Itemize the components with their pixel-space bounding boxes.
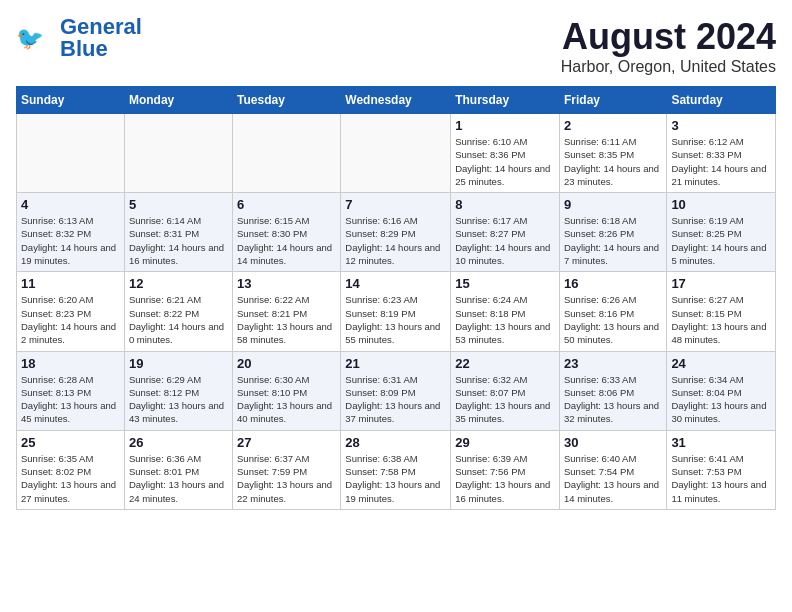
cell-info: Sunrise: 6:41 AMSunset: 7:53 PMDaylight:… [671,452,771,505]
calendar-week-row: 25Sunrise: 6:35 AMSunset: 8:02 PMDayligh… [17,430,776,509]
table-row: 6Sunrise: 6:15 AMSunset: 8:30 PMDaylight… [233,193,341,272]
table-row: 29Sunrise: 6:39 AMSunset: 7:56 PMDayligh… [451,430,560,509]
table-row: 27Sunrise: 6:37 AMSunset: 7:59 PMDayligh… [233,430,341,509]
table-row: 20Sunrise: 6:30 AMSunset: 8:10 PMDayligh… [233,351,341,430]
cell-info: Sunrise: 6:32 AMSunset: 8:07 PMDaylight:… [455,373,555,426]
table-row: 22Sunrise: 6:32 AMSunset: 8:07 PMDayligh… [451,351,560,430]
logo-text-block: General Blue [60,16,142,60]
table-row [124,114,232,193]
cell-info: Sunrise: 6:30 AMSunset: 8:10 PMDaylight:… [237,373,336,426]
cell-date: 8 [455,197,555,212]
calendar-week-row: 1Sunrise: 6:10 AMSunset: 8:36 PMDaylight… [17,114,776,193]
cell-info: Sunrise: 6:16 AMSunset: 8:29 PMDaylight:… [345,214,446,267]
table-row: 4Sunrise: 6:13 AMSunset: 8:32 PMDaylight… [17,193,125,272]
cell-info: Sunrise: 6:37 AMSunset: 7:59 PMDaylight:… [237,452,336,505]
cell-date: 11 [21,276,120,291]
col-thursday: Thursday [451,87,560,114]
cell-date: 26 [129,435,228,450]
table-row: 23Sunrise: 6:33 AMSunset: 8:06 PMDayligh… [559,351,666,430]
cell-info: Sunrise: 6:13 AMSunset: 8:32 PMDaylight:… [21,214,120,267]
cell-info: Sunrise: 6:20 AMSunset: 8:23 PMDaylight:… [21,293,120,346]
table-row: 12Sunrise: 6:21 AMSunset: 8:22 PMDayligh… [124,272,232,351]
cell-date: 6 [237,197,336,212]
cell-date: 5 [129,197,228,212]
cell-date: 2 [564,118,662,133]
month-title: August 2024 [561,16,776,58]
cell-date: 22 [455,356,555,371]
cell-info: Sunrise: 6:38 AMSunset: 7:58 PMDaylight:… [345,452,446,505]
table-row [341,114,451,193]
col-monday: Monday [124,87,232,114]
logo-icon: 🐦 [16,22,56,54]
cell-date: 29 [455,435,555,450]
table-row: 14Sunrise: 6:23 AMSunset: 8:19 PMDayligh… [341,272,451,351]
cell-info: Sunrise: 6:40 AMSunset: 7:54 PMDaylight:… [564,452,662,505]
cell-date: 24 [671,356,771,371]
cell-info: Sunrise: 6:31 AMSunset: 8:09 PMDaylight:… [345,373,446,426]
cell-date: 27 [237,435,336,450]
cell-info: Sunrise: 6:11 AMSunset: 8:35 PMDaylight:… [564,135,662,188]
cell-date: 20 [237,356,336,371]
cell-info: Sunrise: 6:15 AMSunset: 8:30 PMDaylight:… [237,214,336,267]
cell-info: Sunrise: 6:14 AMSunset: 8:31 PMDaylight:… [129,214,228,267]
cell-info: Sunrise: 6:36 AMSunset: 8:01 PMDaylight:… [129,452,228,505]
cell-date: 21 [345,356,446,371]
cell-date: 16 [564,276,662,291]
cell-info: Sunrise: 6:18 AMSunset: 8:26 PMDaylight:… [564,214,662,267]
cell-date: 9 [564,197,662,212]
cell-info: Sunrise: 6:29 AMSunset: 8:12 PMDaylight:… [129,373,228,426]
cell-info: Sunrise: 6:17 AMSunset: 8:27 PMDaylight:… [455,214,555,267]
cell-info: Sunrise: 6:12 AMSunset: 8:33 PMDaylight:… [671,135,771,188]
cell-date: 3 [671,118,771,133]
table-row: 11Sunrise: 6:20 AMSunset: 8:23 PMDayligh… [17,272,125,351]
table-row: 31Sunrise: 6:41 AMSunset: 7:53 PMDayligh… [667,430,776,509]
cell-date: 31 [671,435,771,450]
cell-info: Sunrise: 6:22 AMSunset: 8:21 PMDaylight:… [237,293,336,346]
cell-info: Sunrise: 6:21 AMSunset: 8:22 PMDaylight:… [129,293,228,346]
title-block: August 2024 Harbor, Oregon, United State… [561,16,776,76]
cell-info: Sunrise: 6:28 AMSunset: 8:13 PMDaylight:… [21,373,120,426]
table-row: 21Sunrise: 6:31 AMSunset: 8:09 PMDayligh… [341,351,451,430]
cell-date: 18 [21,356,120,371]
table-row: 9Sunrise: 6:18 AMSunset: 8:26 PMDaylight… [559,193,666,272]
location-title: Harbor, Oregon, United States [561,58,776,76]
cell-date: 4 [21,197,120,212]
cell-info: Sunrise: 6:10 AMSunset: 8:36 PMDaylight:… [455,135,555,188]
cell-date: 17 [671,276,771,291]
cell-date: 19 [129,356,228,371]
table-row: 25Sunrise: 6:35 AMSunset: 8:02 PMDayligh… [17,430,125,509]
cell-date: 12 [129,276,228,291]
table-row: 7Sunrise: 6:16 AMSunset: 8:29 PMDaylight… [341,193,451,272]
col-wednesday: Wednesday [341,87,451,114]
cell-date: 7 [345,197,446,212]
table-row: 2Sunrise: 6:11 AMSunset: 8:35 PMDaylight… [559,114,666,193]
table-row: 28Sunrise: 6:38 AMSunset: 7:58 PMDayligh… [341,430,451,509]
table-row: 19Sunrise: 6:29 AMSunset: 8:12 PMDayligh… [124,351,232,430]
logo-line1: General [60,16,142,38]
table-row: 8Sunrise: 6:17 AMSunset: 8:27 PMDaylight… [451,193,560,272]
cell-info: Sunrise: 6:23 AMSunset: 8:19 PMDaylight:… [345,293,446,346]
cell-info: Sunrise: 6:24 AMSunset: 8:18 PMDaylight:… [455,293,555,346]
col-saturday: Saturday [667,87,776,114]
table-row: 30Sunrise: 6:40 AMSunset: 7:54 PMDayligh… [559,430,666,509]
cell-date: 13 [237,276,336,291]
calendar-week-row: 11Sunrise: 6:20 AMSunset: 8:23 PMDayligh… [17,272,776,351]
svg-text:🐦: 🐦 [16,25,44,52]
cell-info: Sunrise: 6:33 AMSunset: 8:06 PMDaylight:… [564,373,662,426]
logo-line2: Blue [60,38,108,60]
col-sunday: Sunday [17,87,125,114]
table-row: 1Sunrise: 6:10 AMSunset: 8:36 PMDaylight… [451,114,560,193]
table-row: 3Sunrise: 6:12 AMSunset: 8:33 PMDaylight… [667,114,776,193]
table-row: 13Sunrise: 6:22 AMSunset: 8:21 PMDayligh… [233,272,341,351]
cell-date: 23 [564,356,662,371]
table-row: 24Sunrise: 6:34 AMSunset: 8:04 PMDayligh… [667,351,776,430]
col-friday: Friday [559,87,666,114]
table-row: 15Sunrise: 6:24 AMSunset: 8:18 PMDayligh… [451,272,560,351]
table-row: 10Sunrise: 6:19 AMSunset: 8:25 PMDayligh… [667,193,776,272]
table-row: 5Sunrise: 6:14 AMSunset: 8:31 PMDaylight… [124,193,232,272]
cell-info: Sunrise: 6:27 AMSunset: 8:15 PMDaylight:… [671,293,771,346]
cell-date: 14 [345,276,446,291]
cell-date: 25 [21,435,120,450]
cell-info: Sunrise: 6:39 AMSunset: 7:56 PMDaylight:… [455,452,555,505]
header-row: Sunday Monday Tuesday Wednesday Thursday… [17,87,776,114]
